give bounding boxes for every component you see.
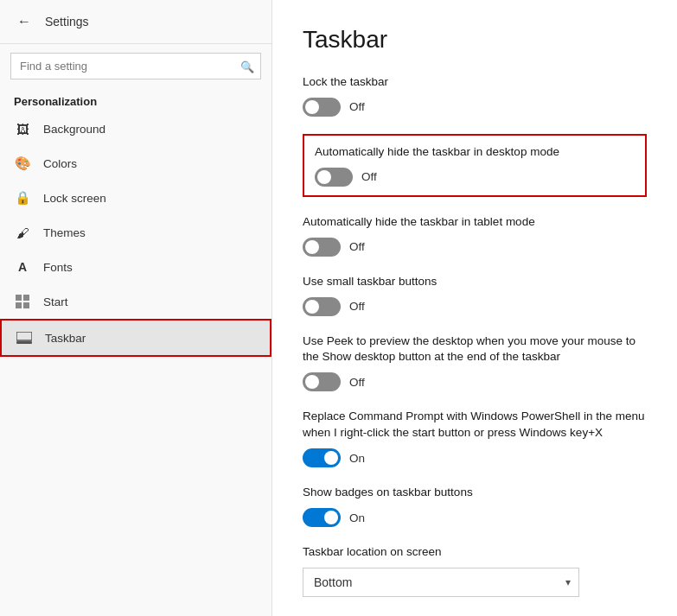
toggle-lock-taskbar-value: Off bbox=[349, 100, 365, 113]
sidebar-item-label: Taskbar bbox=[45, 332, 86, 345]
toggle-powershell[interactable] bbox=[303, 448, 341, 467]
setting-small-taskbar: Use small taskbar buttons Off bbox=[303, 274, 647, 316]
svg-rect-2 bbox=[16, 302, 22, 308]
toggle-powershell-value: On bbox=[349, 452, 365, 465]
main-content: Taskbar Lock the taskbar Off Automatical… bbox=[272, 0, 677, 616]
toggle-peek[interactable] bbox=[303, 372, 341, 391]
setting-auto-hide-desktop: Automatically hide the taskbar in deskto… bbox=[303, 134, 647, 197]
toggle-auto-hide-tablet-slider bbox=[303, 238, 341, 257]
setting-auto-hide-tablet-label: Automatically hide the taskbar in tablet… bbox=[303, 214, 647, 231]
taskbar-icon bbox=[16, 329, 33, 346]
sidebar-item-start[interactable]: Start bbox=[0, 284, 271, 319]
toggle-row-auto-hide-tablet: Off bbox=[303, 238, 647, 257]
lockscreen-icon: 🔒 bbox=[14, 189, 31, 206]
toggle-row-auto-hide-desktop: Off bbox=[315, 168, 635, 187]
dropdown-wrapper-location: Bottom Top Left Right ▾ bbox=[303, 568, 579, 597]
toggle-peek-value: Off bbox=[349, 376, 365, 389]
toggle-small-taskbar[interactable] bbox=[303, 297, 341, 316]
sidebar-item-lockscreen[interactable]: 🔒 Lock screen bbox=[0, 181, 271, 215]
sidebar-item-themes[interactable]: 🖌 Themes bbox=[0, 215, 271, 250]
setting-powershell: Replace Command Prompt with Windows Powe… bbox=[303, 409, 647, 467]
sidebar-title: Settings bbox=[45, 15, 89, 29]
section-label: Personalization bbox=[0, 88, 271, 111]
setting-peek-label: Use Peek to preview the desktop when you… bbox=[303, 333, 647, 366]
setting-powershell-label: Replace Command Prompt with Windows Powe… bbox=[303, 409, 647, 441]
toggle-peek-slider bbox=[303, 372, 341, 391]
taskbar-location-select[interactable]: Bottom Top Left Right bbox=[303, 568, 579, 597]
sidebar-item-fonts[interactable]: A Fonts bbox=[0, 250, 271, 284]
fonts-icon: A bbox=[14, 258, 31, 276]
toggle-badges[interactable] bbox=[303, 508, 341, 527]
toggle-small-taskbar-slider bbox=[303, 297, 341, 316]
toggle-row-badges: On bbox=[303, 508, 647, 527]
setting-lock-taskbar-label: Lock the taskbar bbox=[303, 74, 647, 91]
sidebar-item-label: Start bbox=[43, 295, 68, 308]
sidebar-item-label: Colors bbox=[43, 157, 77, 170]
background-icon: 🖼 bbox=[14, 120, 31, 137]
sidebar: ← Settings 🔍 Personalization 🖼 Backgroun… bbox=[0, 0, 272, 616]
toggle-auto-hide-desktop[interactable] bbox=[315, 168, 353, 187]
sidebar-item-taskbar[interactable]: Taskbar bbox=[0, 319, 271, 357]
start-icon bbox=[14, 293, 31, 310]
setting-small-taskbar-label: Use small taskbar buttons bbox=[303, 274, 647, 290]
sidebar-item-background[interactable]: 🖼 Background bbox=[0, 111, 271, 146]
themes-icon: 🖌 bbox=[14, 224, 31, 241]
svg-rect-3 bbox=[23, 302, 29, 308]
setting-lock-taskbar: Lock the taskbar Off bbox=[303, 74, 647, 117]
setting-badges-label: Show badges on taskbar buttons bbox=[303, 485, 647, 501]
toggle-auto-hide-tablet-value: Off bbox=[349, 240, 365, 253]
toggle-lock-slider bbox=[303, 98, 341, 117]
sidebar-item-label: Fonts bbox=[43, 261, 73, 274]
svg-rect-5 bbox=[16, 341, 32, 344]
sidebar-item-label: Background bbox=[43, 123, 105, 136]
sidebar-nav: 🖼 Background 🎨 Colors 🔒 Lock screen 🖌 Th… bbox=[0, 111, 271, 357]
setting-auto-hide-desktop-label: Automatically hide the taskbar in deskto… bbox=[315, 144, 635, 161]
toggle-auto-hide-desktop-value: Off bbox=[361, 170, 377, 183]
setting-auto-hide-tablet: Automatically hide the taskbar in tablet… bbox=[303, 214, 647, 257]
back-arrow-icon: ← bbox=[17, 14, 31, 29]
search-icon: 🔍 bbox=[240, 60, 254, 73]
back-button[interactable]: ← bbox=[14, 10, 35, 33]
setting-badges: Show badges on taskbar buttons On bbox=[303, 485, 647, 527]
toggle-row-small-taskbar: Off bbox=[303, 297, 647, 316]
colors-icon: 🎨 bbox=[14, 155, 31, 172]
sidebar-header: ← Settings bbox=[0, 0, 271, 44]
page-title: Taskbar bbox=[303, 26, 647, 54]
setting-location-label: Taskbar location on screen bbox=[303, 544, 647, 561]
toggle-auto-hide-desktop-slider bbox=[315, 168, 353, 187]
search-box: 🔍 bbox=[10, 53, 261, 79]
svg-rect-4 bbox=[16, 332, 32, 340]
toggle-row-powershell: On bbox=[303, 448, 647, 467]
svg-rect-1 bbox=[23, 295, 29, 301]
toggle-auto-hide-tablet[interactable] bbox=[303, 238, 341, 257]
toggle-lock-taskbar[interactable] bbox=[303, 98, 341, 117]
sidebar-item-colors[interactable]: 🎨 Colors bbox=[0, 146, 271, 181]
sidebar-item-label: Lock screen bbox=[43, 192, 106, 205]
toggle-powershell-slider bbox=[303, 448, 341, 467]
toggle-row-peek: Off bbox=[303, 372, 647, 391]
setting-location: Taskbar location on screen Bottom Top Le… bbox=[303, 544, 647, 597]
toggle-badges-value: On bbox=[349, 511, 365, 524]
toggle-small-taskbar-value: Off bbox=[349, 300, 365, 313]
toggle-badges-slider bbox=[303, 508, 341, 527]
setting-peek: Use Peek to preview the desktop when you… bbox=[303, 333, 647, 392]
search-input[interactable] bbox=[10, 53, 261, 79]
toggle-row-lock: Off bbox=[303, 98, 647, 117]
svg-rect-0 bbox=[16, 295, 22, 301]
sidebar-item-label: Themes bbox=[43, 226, 86, 239]
